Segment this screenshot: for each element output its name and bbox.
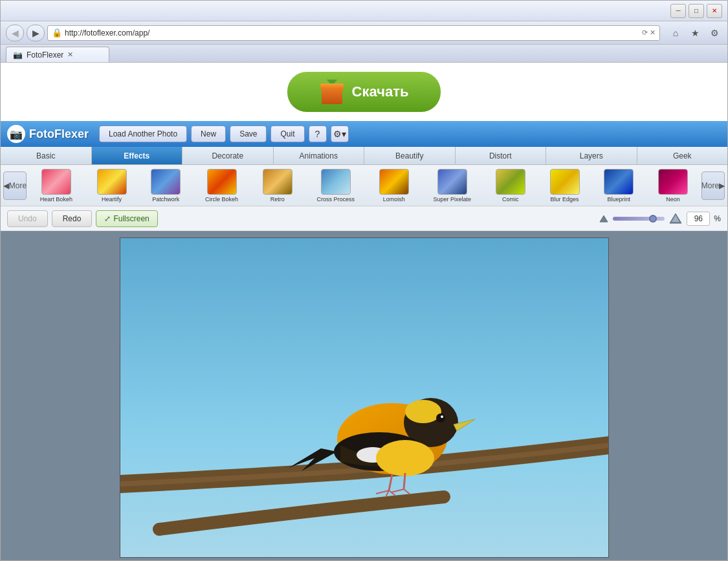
- redo-button[interactable]: Redo: [52, 210, 93, 227]
- effect-thumb-blueprint: [604, 169, 634, 195]
- tab-animations[interactable]: Animations: [274, 147, 365, 164]
- download-button[interactable]: Скачать: [287, 72, 441, 112]
- effects-strip: ◀ More Heart Bokeh Heartify Patchwork: [1, 165, 727, 206]
- effects-items: Heart Bokeh Heartify Patchwork Circle Bo…: [28, 169, 700, 203]
- canvas-area: [1, 231, 727, 560]
- effect-tabs: Basic Effects Decorate Animations Beauti…: [1, 147, 727, 165]
- effect-label-blueprint: Blueprint: [608, 196, 631, 203]
- quit-button[interactable]: Quit: [270, 126, 304, 142]
- tab-geek[interactable]: Geek: [637, 147, 728, 164]
- effect-thumb-comic: [496, 169, 525, 195]
- svg-point-6: [405, 400, 441, 423]
- ad-banner: Скачать: [1, 63, 727, 121]
- url-text: http://fotoflexer.com/app/: [65, 28, 639, 38]
- undo-button[interactable]: Undo: [7, 210, 48, 227]
- effect-thumb-retro: [263, 169, 292, 195]
- more-right-label: More: [701, 181, 719, 190]
- more-left-label: More: [9, 181, 27, 190]
- box-icon: [320, 80, 344, 104]
- effect-label-retro: Retro: [270, 196, 285, 203]
- minimize-button[interactable]: ─: [670, 4, 686, 18]
- tab-effects[interactable]: Effects: [92, 147, 183, 164]
- fullscreen-button[interactable]: ⤢ Fullscreen: [96, 210, 157, 227]
- app-name: FotoFlexer: [29, 127, 89, 141]
- effect-neon[interactable]: Neon: [658, 169, 688, 203]
- tab-beautify[interactable]: Beautify: [364, 147, 456, 164]
- home-button[interactable]: ⌂: [668, 25, 683, 41]
- fullscreen-label: Fullscreen: [113, 214, 149, 223]
- svg-marker-0: [600, 215, 608, 222]
- tab-decorate[interactable]: Decorate: [182, 147, 274, 164]
- favorites-button[interactable]: ★: [687, 25, 703, 41]
- help-button[interactable]: ?: [309, 126, 327, 142]
- effect-label-super-pixelate: Super Pixelate: [434, 196, 472, 203]
- camera-icon: 📷: [10, 128, 23, 140]
- refresh-icon[interactable]: ⟳: [642, 28, 648, 37]
- effect-thumb-patchwork: [151, 169, 181, 195]
- zoom-handle[interactable]: [649, 215, 657, 223]
- scroll-right-button[interactable]: More ▶: [701, 171, 725, 200]
- close-button[interactable]: ✕: [707, 4, 722, 18]
- tab-distort[interactable]: Distort: [456, 147, 547, 164]
- effect-label-patchwork: Patchwork: [152, 196, 179, 203]
- maximize-button[interactable]: □: [689, 4, 704, 18]
- edit-toolbar: Undo Redo ⤢ Fullscreen 96 %: [1, 206, 727, 231]
- effect-blur-edges[interactable]: Blur Edges: [550, 169, 580, 203]
- zoom-slider[interactable]: [613, 217, 665, 221]
- back-button[interactable]: ◀: [6, 25, 24, 41]
- stop-icon[interactable]: ✕: [650, 28, 656, 37]
- address-icons: ⟳ ✕: [642, 28, 656, 37]
- load-another-button[interactable]: Load Another Photo: [99, 126, 187, 142]
- zoom-unit: %: [714, 214, 721, 223]
- effect-thumb-blur-edges: [550, 169, 580, 195]
- effect-label-neon: Neon: [666, 196, 680, 203]
- effect-thumb-neon: [658, 169, 688, 195]
- effect-circle-bokeh[interactable]: Circle Bokeh: [205, 169, 238, 203]
- effect-thumb-circle-bokeh: [207, 169, 237, 195]
- settings-dropdown-button[interactable]: ⚙▾: [331, 126, 349, 142]
- zoom-out-mountain-icon: [599, 214, 609, 223]
- svg-point-11: [376, 440, 434, 476]
- forward-button[interactable]: ▶: [27, 25, 45, 41]
- effect-cross-process[interactable]: Cross Process: [317, 169, 355, 203]
- app-toolbar: 📷 FotoFlexer Load Another Photo New Save…: [1, 121, 727, 147]
- address-bar[interactable]: 🔒 http://fotoflexer.com/app/ ⟳ ✕: [47, 25, 660, 41]
- app-content: Скачать 📷 FotoFlexer Load Another Photo …: [1, 63, 727, 560]
- download-text: Скачать: [352, 83, 409, 100]
- effect-thumb-lomoish: [379, 169, 409, 195]
- scroll-left-button[interactable]: ◀ More: [3, 171, 27, 200]
- title-bar-buttons: ─ □ ✕: [670, 4, 722, 18]
- effect-patchwork[interactable]: Patchwork: [151, 169, 181, 203]
- effect-heartify[interactable]: Heartify: [97, 169, 127, 203]
- browser-tab[interactable]: 📷 FotoFlexer ✕: [6, 47, 109, 62]
- effect-label-heart-bokeh: Heart Bokeh: [40, 196, 72, 203]
- svg-point-7: [436, 413, 445, 423]
- title-bar: ─ □ ✕: [1, 1, 727, 21]
- nav-bar: ◀ ▶ 🔒 http://fotoflexer.com/app/ ⟳ ✕ ⌂ ★…: [1, 21, 727, 45]
- settings-button[interactable]: ⚙: [707, 25, 722, 41]
- box-body: [322, 89, 342, 104]
- chevron-left-icon: ◀: [3, 181, 9, 190]
- svg-line-13: [404, 473, 405, 489]
- effect-super-pixelate[interactable]: Super Pixelate: [434, 169, 472, 203]
- effect-blueprint[interactable]: Blueprint: [604, 169, 634, 203]
- effect-label-comic: Comic: [502, 196, 519, 203]
- zoom-in-mountain-icon: [668, 213, 683, 225]
- tab-favicon: 📷: [13, 50, 23, 60]
- tab-title: FotoFlexer: [27, 50, 63, 60]
- effect-lomoish[interactable]: Lomoish: [379, 169, 409, 203]
- browser-window: ─ □ ✕ ◀ ▶ 🔒 http://fotoflexer.com/app/ ⟳…: [0, 0, 728, 561]
- effect-retro[interactable]: Retro: [263, 169, 292, 203]
- nav-bar-right: ⌂ ★ ⚙: [668, 25, 722, 41]
- effect-comic[interactable]: Comic: [496, 169, 525, 203]
- effect-thumb-heart-bokeh: [41, 169, 71, 195]
- tab-close-button[interactable]: ✕: [67, 50, 73, 59]
- effect-heart-bokeh[interactable]: Heart Bokeh: [40, 169, 72, 203]
- chevron-right-icon: ▶: [719, 181, 725, 190]
- bird-image: [120, 238, 609, 558]
- save-button[interactable]: Save: [230, 126, 267, 142]
- effect-label-circle-bokeh: Circle Bokeh: [205, 196, 238, 203]
- tab-basic[interactable]: Basic: [1, 147, 92, 164]
- tab-layers[interactable]: Layers: [546, 147, 637, 164]
- new-button[interactable]: New: [191, 126, 226, 142]
